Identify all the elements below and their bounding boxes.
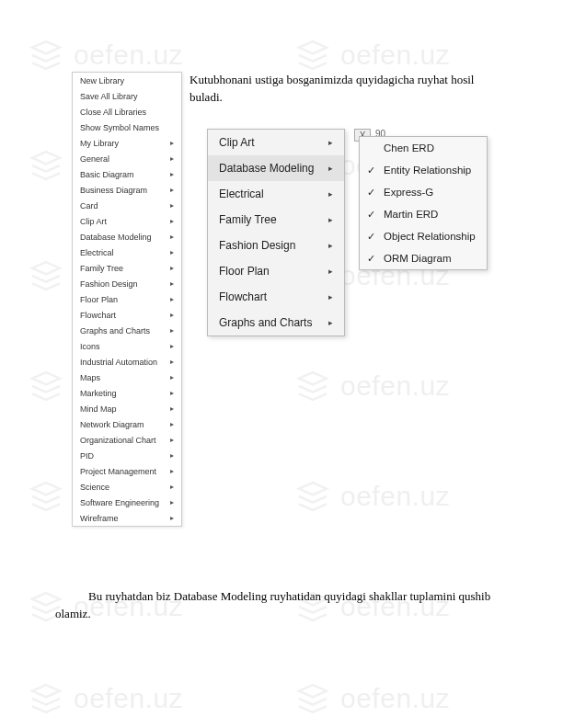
menu-item[interactable]: Flowchart▸	[73, 307, 181, 323]
menu-item-label: Database Modeling	[80, 233, 152, 242]
menu-item-label: Floor Plan	[80, 295, 118, 304]
check-icon: ✓	[367, 187, 375, 199]
submenu-item-label: Database Modeling	[219, 162, 314, 175]
menu-item-label: New Library	[80, 76, 124, 85]
menu-item[interactable]: Maps▸	[73, 370, 181, 385]
menu-item-label: Clip Art	[80, 217, 107, 226]
chevron-right-icon: ▸	[170, 186, 174, 194]
menu-item[interactable]: Clip Art▸	[73, 213, 181, 229]
menu-item-label: Close All Libraries	[80, 108, 146, 117]
chevron-right-icon: ▸	[170, 311, 174, 319]
menu-item-label: Science	[80, 483, 109, 492]
sub-submenu-item[interactable]: ✓Martin ERD	[360, 203, 487, 225]
menu-item-label: Card	[80, 201, 98, 210]
sub-submenu-item[interactable]: Chen ERD	[360, 137, 487, 159]
menu-item-label: Save All Library	[80, 92, 138, 101]
menu-item-label: Fashion Design	[80, 279, 138, 289]
menu-item-label: Marketing	[80, 389, 117, 398]
sub-submenu-item[interactable]: ✓Entity Relationship	[360, 159, 487, 181]
menu-item[interactable]: My Library▸	[73, 135, 181, 151]
paragraph-2: Bu ruyhatdan biz Database Modeling ruyha…	[55, 588, 506, 623]
chevron-right-icon: ▸	[170, 248, 174, 256]
submenu-item[interactable]: Electrical▸	[208, 181, 344, 207]
chevron-right-icon: ▸	[170, 342, 174, 350]
menu-item[interactable]: Save All Library	[73, 88, 181, 104]
check-icon: ✓	[367, 209, 375, 221]
menu-item[interactable]: Business Diagram▸	[73, 182, 181, 198]
check-icon: ✓	[367, 253, 375, 265]
menu-item-label: Family Tree	[80, 264, 123, 273]
menu-item-label: Business Diagram	[80, 186, 147, 195]
menu-item[interactable]: Card▸	[73, 198, 181, 213]
menu-item[interactable]: Show Symbol Names	[73, 119, 181, 135]
menu-item[interactable]: Organizational Chart▸	[73, 432, 181, 448]
chevron-right-icon: ▸	[170, 139, 174, 147]
menu-item-label: Project Management	[80, 467, 156, 476]
menu-item[interactable]: Basic Diagram▸	[73, 166, 181, 182]
menu-item-label: Network Diagram	[80, 420, 144, 429]
menu-item[interactable]: PID▸	[73, 448, 181, 463]
submenu-item[interactable]: Database Modeling▸	[208, 155, 344, 181]
submenu-item[interactable]: Floor Plan▸	[208, 258, 344, 284]
sub-submenu-item-label: Chen ERD	[384, 142, 434, 154]
submenu-item[interactable]: Fashion Design▸	[208, 233, 344, 258]
sub-submenu-item[interactable]: ✓Object Relationship	[360, 225, 487, 247]
menu-item-label: Icons	[80, 342, 100, 351]
menu-item[interactable]: Mind Map▸	[73, 401, 181, 416]
menu-item[interactable]: New Library	[73, 73, 181, 88]
chevron-right-icon: ▸	[328, 267, 333, 276]
submenu-item[interactable]: Graphs and Charts▸	[208, 310, 344, 336]
submenu-item[interactable]: Clip Art▸	[208, 130, 344, 155]
chevron-right-icon: ▸	[170, 404, 174, 413]
menu-item[interactable]: Science▸	[73, 479, 181, 495]
menu-item-label: Graphs and Charts	[80, 326, 150, 336]
chevron-right-icon: ▸	[170, 154, 174, 163]
menu-item[interactable]: Marketing▸	[73, 385, 181, 401]
chevron-right-icon: ▸	[170, 326, 174, 335]
submenu-item-label: Family Tree	[219, 213, 277, 226]
chevron-right-icon: ▸	[170, 420, 174, 428]
submenu-item-label: Floor Plan	[219, 265, 270, 278]
chevron-right-icon: ▸	[170, 295, 174, 303]
chevron-right-icon: ▸	[170, 233, 174, 241]
submenu-item[interactable]: Flowchart▸	[208, 284, 344, 310]
menu-item[interactable]: Project Management▸	[73, 463, 181, 479]
chevron-right-icon: ▸	[170, 264, 174, 272]
main-context-menu: New LibrarySave All LibraryClose All Lib…	[72, 72, 182, 527]
check-icon: ✓	[367, 165, 375, 176]
submenu-item-label: Clip Art	[219, 136, 255, 149]
menu-item[interactable]: Icons▸	[73, 338, 181, 354]
sub-submenu-item-label: Object Relationship	[384, 231, 476, 242]
submenu-item-label: Electrical	[219, 188, 264, 200]
menu-item[interactable]: Close All Libraries	[73, 104, 181, 119]
chevron-right-icon: ▸	[170, 358, 174, 366]
menu-item[interactable]: Industrial Automation▸	[73, 354, 181, 370]
menu-item[interactable]: Database Modeling▸	[73, 229, 181, 245]
chevron-right-icon: ▸	[170, 389, 174, 397]
sub-submenu-item-label: Express-G	[384, 187, 433, 198]
menu-item-label: PID	[80, 451, 94, 461]
menu-item[interactable]: Family Tree▸	[73, 260, 181, 276]
menu-item[interactable]: Software Engineering▸	[73, 495, 181, 510]
chevron-right-icon: ▸	[170, 451, 174, 460]
menu-item[interactable]: Fashion Design▸	[73, 276, 181, 291]
menu-item-label: Mind Map	[80, 404, 117, 414]
menu-item[interactable]: Wireframe▸	[73, 510, 181, 526]
submenu-item[interactable]: Family Tree▸	[208, 207, 344, 233]
menu-item-label: General	[80, 154, 109, 164]
sub-submenu-item-label: Entity Relationship	[384, 165, 471, 176]
menu-item[interactable]: Electrical▸	[73, 245, 181, 260]
chevron-right-icon: ▸	[170, 201, 174, 210]
sub-submenu-item[interactable]: ✓ORM Diagram	[360, 247, 487, 269]
menu-item-label: Maps	[80, 373, 100, 382]
chevron-right-icon: ▸	[170, 279, 174, 288]
paragraph-1: Kutubhonani ustiga bosganimizda quyidagi…	[190, 72, 493, 107]
sub-submenu-item[interactable]: ✓Express-G	[360, 181, 487, 203]
chevron-right-icon: ▸	[170, 514, 174, 522]
chevron-right-icon: ▸	[328, 189, 333, 199]
menu-item[interactable]: Network Diagram▸	[73, 416, 181, 432]
menu-item[interactable]: Floor Plan▸	[73, 291, 181, 307]
menu-item[interactable]: Graphs and Charts▸	[73, 323, 181, 338]
chevron-right-icon: ▸	[328, 241, 333, 250]
menu-item[interactable]: General▸	[73, 151, 181, 166]
